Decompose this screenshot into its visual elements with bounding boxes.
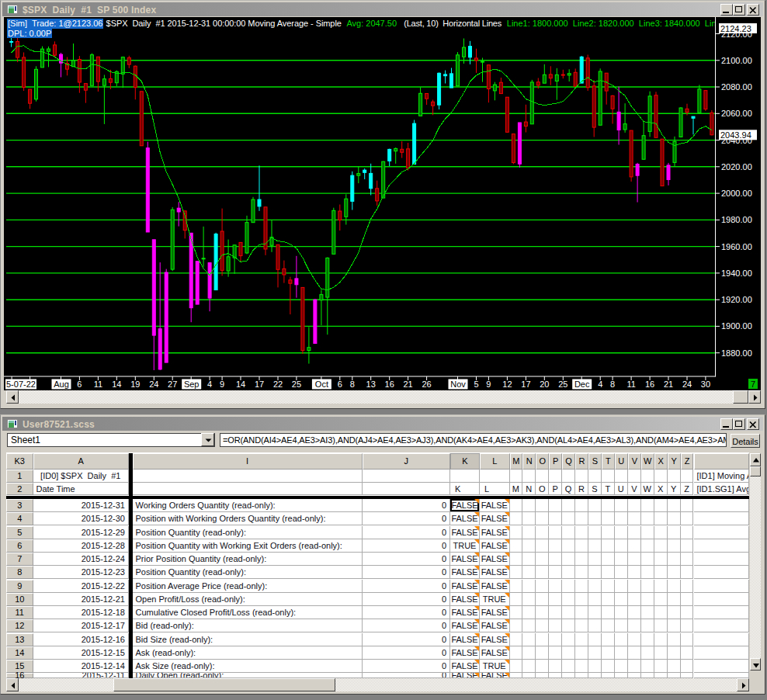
svg-text:1960.00: 1960.00 bbox=[721, 242, 752, 251]
svg-text:7: 7 bbox=[751, 379, 755, 389]
svg-text:1900.00: 1900.00 bbox=[721, 321, 752, 331]
svg-text:2060.00: 2060.00 bbox=[721, 109, 752, 118]
svg-text:2000.00: 2000.00 bbox=[721, 189, 752, 198]
svg-text:2100.00: 2100.00 bbox=[721, 56, 752, 65]
svg-text:1940.00: 1940.00 bbox=[721, 269, 752, 278]
svg-text:1880.00: 1880.00 bbox=[721, 348, 752, 358]
svg-text:1980.00: 1980.00 bbox=[721, 215, 752, 224]
svg-text:2043.94: 2043.94 bbox=[720, 130, 751, 140]
svg-text:2124.23: 2124.23 bbox=[720, 24, 751, 33]
svg-text:2020.00: 2020.00 bbox=[721, 162, 752, 172]
svg-text:1920.00: 1920.00 bbox=[721, 295, 752, 304]
svg-text:2080.00: 2080.00 bbox=[721, 82, 752, 92]
